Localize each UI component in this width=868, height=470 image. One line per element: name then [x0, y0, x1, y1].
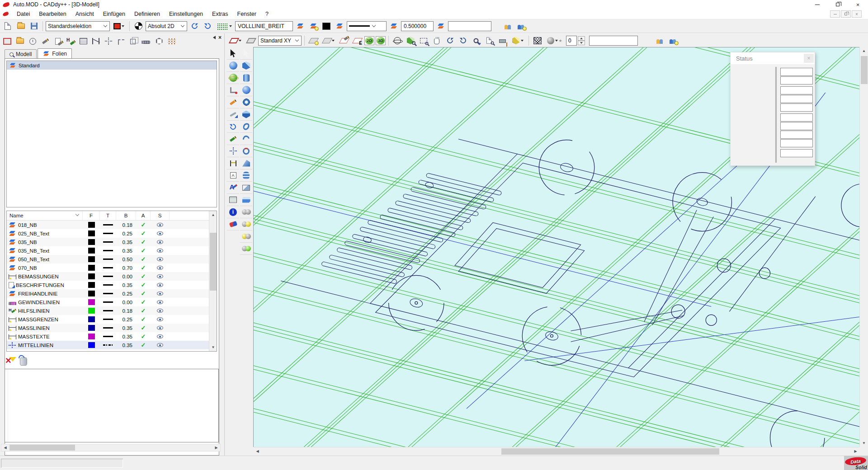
menu-fenster[interactable]: Fenster: [233, 9, 261, 19]
zoom-window-button[interactable]: [418, 35, 429, 46]
layer-active-check[interactable]: ✓: [141, 221, 146, 228]
block-button[interactable]: [240, 194, 252, 206]
minimize-button[interactable]: [807, 0, 827, 9]
menu-einfuegen[interactable]: Einfügen: [99, 9, 130, 19]
pan-button[interactable]: [431, 35, 443, 46]
centerline-button[interactable]: [103, 36, 114, 47]
selection-mode-combo[interactable]: Standardselektion: [46, 21, 110, 31]
layer-assign-button[interactable]: [294, 21, 306, 32]
group-visibility-button[interactable]: [515, 21, 527, 32]
tree-item-standard[interactable]: Standard: [7, 61, 217, 70]
layer-color-swatch[interactable]: [88, 342, 95, 348]
menu-datei[interactable]: Datei: [12, 9, 34, 19]
scrollbar-thumb[interactable]: [210, 233, 217, 291]
layer-visible-eye[interactable]: [157, 223, 163, 227]
layer-linestyle[interactable]: [103, 284, 113, 286]
plane-select-button[interactable]: [245, 35, 257, 46]
sketch-pencil-button[interactable]: [227, 96, 239, 108]
layer-row-HILFSLINIEN[interactable]: HILFSLINIEN0.18✓: [7, 306, 209, 315]
layer-visible-eye[interactable]: [157, 343, 163, 347]
save-button[interactable]: [28, 21, 40, 32]
scroll-left-button[interactable]: ◀: [254, 447, 261, 455]
layer-visible-eye[interactable]: [157, 309, 163, 313]
hatch-display-button[interactable]: [532, 35, 543, 46]
restore-button[interactable]: [827, 0, 848, 9]
status-window[interactable]: Status ×: [730, 52, 815, 166]
folder-transfer-button[interactable]: [14, 36, 25, 47]
point-grid-button[interactable]: [166, 36, 177, 47]
layer-color-swatch[interactable]: [88, 308, 95, 314]
layer-color-swatch[interactable]: [88, 299, 95, 305]
layer-linestyle[interactable]: [103, 258, 113, 260]
layer-linestyle[interactable]: [103, 293, 113, 294]
pipe-button[interactable]: [227, 84, 239, 96]
layer-row-MITTELLINIEN[interactable]: MITTELLINIEN0.35✓: [7, 341, 209, 349]
modify-tools-button[interactable]: [227, 108, 239, 121]
layer-row-BESCHRIFTUNGEN[interactable]: BESCHRIFTUNGEN0.35✓: [7, 281, 209, 289]
layer-color-swatch[interactable]: [88, 316, 95, 322]
coordinate-mode-combo[interactable]: Absolut 2D: [146, 21, 187, 31]
layer-visible-eye[interactable]: [157, 326, 163, 330]
status-field[interactable]: [780, 76, 813, 85]
plane-element-button[interactable]: E: [351, 35, 363, 46]
status-field[interactable]: [780, 86, 813, 94]
scrollbar-thumb[interactable]: [861, 56, 868, 84]
scroll-up-button[interactable]: ▲: [209, 211, 217, 219]
layer-linestyle[interactable]: [103, 233, 113, 234]
linewidth-input[interactable]: [401, 21, 434, 31]
centerpoint-button[interactable]: [227, 145, 239, 157]
current-color-button[interactable]: [321, 21, 332, 32]
layer-active-check[interactable]: ✓: [141, 299, 146, 306]
column-t[interactable]: T: [100, 211, 116, 220]
scroll-down-button[interactable]: ▼: [209, 343, 217, 351]
draft-pencil-button[interactable]: [227, 133, 239, 145]
wedge-button[interactable]: [240, 157, 252, 169]
layer-linestyle[interactable]: [103, 310, 113, 311]
panel-horizontal-scrollbar[interactable]: ◀ ▶: [1, 444, 221, 451]
clear-filter-button[interactable]: [5, 357, 16, 367]
layer-linestyle[interactable]: [103, 301, 113, 303]
mdi-restore-button[interactable]: [841, 10, 851, 18]
shell-button[interactable]: [240, 182, 252, 194]
status-field[interactable]: [780, 103, 813, 112]
coil-button[interactable]: [240, 169, 252, 182]
name-input[interactable]: [448, 21, 491, 31]
orbit-g-button[interactable]: [227, 72, 239, 84]
layer-active-check[interactable]: ✓: [141, 290, 146, 297]
history-button[interactable]: [27, 36, 38, 47]
menu-einstellungen[interactable]: Einstellungen: [165, 9, 208, 19]
open-button[interactable]: [15, 21, 27, 32]
layer-visible-eye[interactable]: [157, 266, 163, 270]
grid-settings-button[interactable]: [215, 21, 234, 32]
layer-active-check[interactable]: ✓: [141, 239, 146, 245]
text-edit-button[interactable]: [227, 182, 239, 194]
scrollbar-thumb[interactable]: [501, 448, 719, 455]
layer-linestyle[interactable]: [103, 241, 113, 243]
status-field[interactable]: [780, 139, 813, 147]
layer-active-check[interactable]: ✓: [141, 247, 146, 254]
zoom-page-button[interactable]: [483, 35, 495, 46]
status-field[interactable]: [780, 68, 813, 76]
plane-combo[interactable]: Standard XY: [258, 36, 302, 46]
zoom-model-button[interactable]: [405, 35, 416, 46]
bool-intersect-button[interactable]: [240, 230, 252, 243]
mirror-button[interactable]: [90, 36, 101, 47]
menu-ansicht[interactable]: Ansicht: [71, 9, 99, 19]
hatch-button[interactable]: [78, 36, 89, 47]
new-document-button[interactable]: [2, 21, 14, 32]
layer-color-swatch[interactable]: [88, 282, 95, 288]
layer-active-check[interactable]: ✓: [141, 273, 146, 280]
layer-active-check[interactable]: ✓: [141, 307, 146, 314]
layer-color-swatch[interactable]: [88, 325, 95, 331]
canvas-vertical-scrollbar[interactable]: ▲ ▼: [859, 47, 868, 447]
orbit-view-button[interactable]: [392, 35, 403, 46]
menu-bearbeiten[interactable]: Bearbeiten: [34, 9, 71, 19]
restore-filter-button[interactable]: [20, 357, 27, 366]
group-visibility-button[interactable]: [667, 35, 679, 46]
layer-row-025_NB_Text[interactable]: 025_NB_Text0.25✓: [7, 229, 209, 238]
profile-button[interactable]: [240, 121, 252, 133]
status-field[interactable]: [780, 122, 813, 130]
layer-linestyle[interactable]: [103, 267, 113, 268]
shading-button[interactable]: ★: [545, 35, 565, 46]
layer-color-swatch[interactable]: [88, 334, 95, 339]
